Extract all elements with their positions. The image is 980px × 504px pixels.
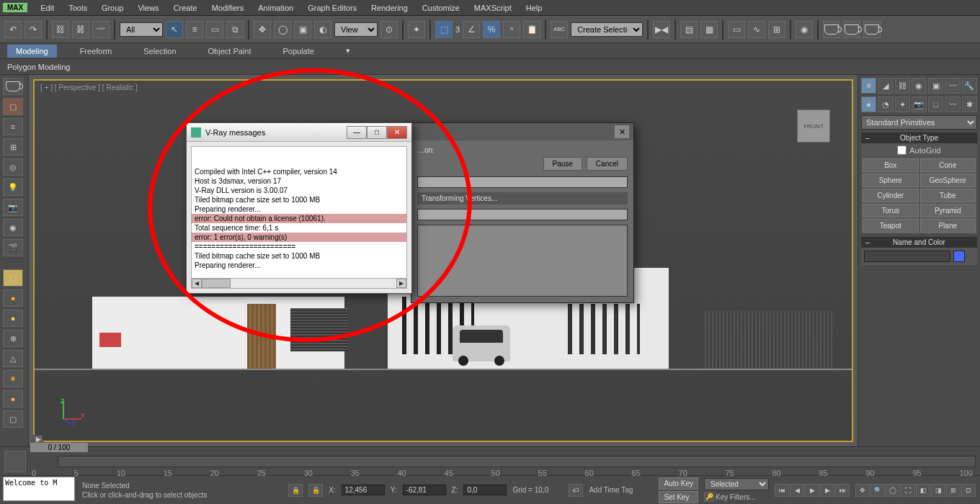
tool-icon[interactable]: ≡ (3, 118, 23, 135)
geometry-tab-icon[interactable]: ● (861, 96, 876, 112)
ref-coord-dropdown[interactable]: View (334, 22, 378, 37)
tool-icon[interactable]: ◉ (3, 219, 23, 236)
schematic-view-icon[interactable]: ⊞ (768, 21, 785, 38)
tool-icon[interactable]: ⊞ (3, 138, 23, 156)
utilities-tab-icon[interactable]: 〰 (945, 78, 960, 94)
menu-edit[interactable]: Edit (33, 1, 61, 14)
x-input[interactable] (342, 485, 385, 495)
material-editor-icon[interactable]: ◉ (796, 21, 813, 38)
time-slider[interactable] (58, 456, 976, 467)
plane-button[interactable]: Plane (920, 219, 976, 233)
percent-snap-icon[interactable]: % (483, 21, 500, 38)
hierarchy-tab-icon[interactable]: ⛓ (895, 78, 910, 94)
teapot-tool-icon[interactable] (3, 78, 23, 95)
autokey-button[interactable]: Auto Key (659, 477, 698, 490)
lock-icon[interactable]: 🔒 (288, 484, 303, 497)
ribbon-tab-modeling[interactable]: Modeling (7, 45, 57, 58)
menu-maxscript[interactable]: MAXScript (467, 1, 519, 14)
rendered-frame-icon[interactable] (843, 21, 860, 38)
motion-tab-icon[interactable]: ◉ (912, 78, 927, 94)
manipulate-icon[interactable]: ✦ (408, 21, 425, 38)
tool-icon[interactable]: ▢ (3, 410, 23, 428)
systems-tab-icon[interactable]: ✱ (962, 96, 977, 112)
move-icon[interactable]: ✥ (254, 21, 271, 38)
close-icon[interactable]: ✕ (387, 126, 407, 139)
cone-tool-icon[interactable]: △ (3, 350, 23, 367)
zoom-icon[interactable]: 🔍 (870, 484, 885, 497)
tool-icon[interactable]: ◎ (3, 158, 23, 176)
geosphere-button[interactable]: GeoSphere (920, 174, 976, 187)
cameras-tab-icon[interactable]: 📷 (912, 96, 927, 112)
angle-snap-icon[interactable]: ∠ (463, 21, 480, 38)
viewcube[interactable]: FRONT (797, 109, 830, 143)
teapot-button[interactable]: Teapot (863, 219, 919, 233)
light-tool-icon[interactable]: 💡 (3, 179, 23, 196)
goto-end-icon[interactable]: ⏭ (835, 484, 850, 497)
maximize-icon[interactable]: □ (367, 126, 387, 139)
curve-editor-icon[interactable]: ∿ (748, 21, 765, 38)
camera-tool-icon[interactable]: 📷 (3, 199, 23, 216)
menu-create[interactable]: Create (166, 1, 205, 14)
menu-modifiers[interactable]: Modifiers (205, 1, 251, 14)
orbit-icon[interactable]: ◯ (886, 484, 900, 497)
key-target-dropdown[interactable]: Selected (704, 478, 769, 490)
primitive-type-dropdown[interactable]: Standard Primitives (861, 115, 977, 130)
vray-log[interactable]: Compiled with Intel C++ compiler, versio… (191, 146, 407, 289)
add-time-tag[interactable]: Add Time Tag (589, 486, 633, 494)
cancel-button[interactable]: Cancel (587, 157, 628, 171)
name-color-header[interactable]: Name and Color (861, 237, 977, 248)
scroll-thumb[interactable] (202, 279, 231, 288)
helpers-tab-icon[interactable]: □ (928, 96, 943, 112)
selection-filter-dropdown[interactable]: All (120, 22, 163, 37)
goto-start-icon[interactable]: ⏮ (775, 484, 789, 497)
maximize-icon[interactable]: ⛶ (901, 484, 915, 497)
close-icon[interactable]: ✕ (615, 125, 629, 138)
layers-icon[interactable]: ▦ (700, 21, 718, 38)
spacewarps-tab-icon[interactable]: 〰 (945, 96, 960, 112)
unlink-icon[interactable]: ⛓̸ (72, 21, 89, 38)
pan-icon[interactable]: ✥ (855, 484, 870, 497)
tool-icon[interactable]: ⊕ (3, 330, 23, 347)
torus-button[interactable]: Torus (863, 204, 919, 217)
z-input[interactable] (463, 485, 507, 495)
lights-tab-icon[interactable]: ✦ (895, 96, 910, 112)
display-tab-icon[interactable]: ▣ (928, 78, 943, 94)
rotate-icon[interactable]: ◯ (274, 21, 291, 38)
menu-animation[interactable]: Animation (251, 1, 300, 14)
render-production-icon[interactable] (863, 21, 881, 38)
prev-frame-icon[interactable]: ◀ (790, 484, 804, 497)
ribbon-tab-selection[interactable]: Selection (135, 45, 184, 58)
create-tab-icon[interactable]: ✳ (861, 78, 876, 94)
mirror-icon[interactable]: ▶◀ (653, 21, 670, 38)
menu-tools[interactable]: Tools (61, 1, 94, 14)
cylinder-button[interactable]: Cylinder (863, 189, 919, 202)
menu-customize[interactable]: Customize (415, 1, 467, 14)
edit-named-sel-icon[interactable]: 📋 (523, 21, 540, 38)
rect-region-icon[interactable]: ▭ (206, 21, 223, 38)
color-swatch[interactable] (953, 251, 965, 262)
play-icon[interactable]: ▶ (805, 484, 819, 497)
minimize-icon[interactable]: — (347, 126, 367, 139)
menu-help[interactable]: Help (519, 1, 550, 14)
ribbon-sub-label[interactable]: Polygon Modeling (7, 63, 70, 71)
timeline-selection-icon[interactable] (4, 451, 26, 472)
named-selection-dropdown[interactable]: Create Selection Se (571, 22, 643, 37)
maxscript-listener[interactable]: Welcome to M (3, 477, 75, 501)
sphere-tool-icon[interactable]: ● (3, 289, 23, 307)
nav-icon[interactable]: ⊞ (946, 484, 961, 497)
sun-tool-icon[interactable]: ☀ (3, 370, 23, 387)
placement-icon[interactable]: ◐ (314, 21, 331, 38)
horizontal-scrollbar[interactable]: ◀ ▶ (192, 278, 406, 288)
time-tag-icon[interactable]: 🏷 (569, 484, 583, 497)
shapes-tab-icon[interactable]: ◔ (878, 96, 893, 112)
undo-icon[interactable]: ↶ (4, 21, 22, 38)
lock2-icon[interactable]: 🔓 (308, 484, 323, 497)
modify-tab-icon[interactable]: ◢ (878, 78, 893, 94)
select-object-icon[interactable]: ↖ (166, 21, 183, 38)
key-filters-button[interactable]: Key Filters... (716, 493, 756, 501)
window-crossing-icon[interactable]: ⧉ (226, 21, 244, 38)
next-frame-icon[interactable]: ▶ (820, 484, 834, 497)
autogrid-checkbox[interactable] (897, 145, 906, 155)
cone-button[interactable]: Cone (920, 158, 976, 172)
pyramid-button[interactable]: Pyramid (920, 204, 976, 217)
